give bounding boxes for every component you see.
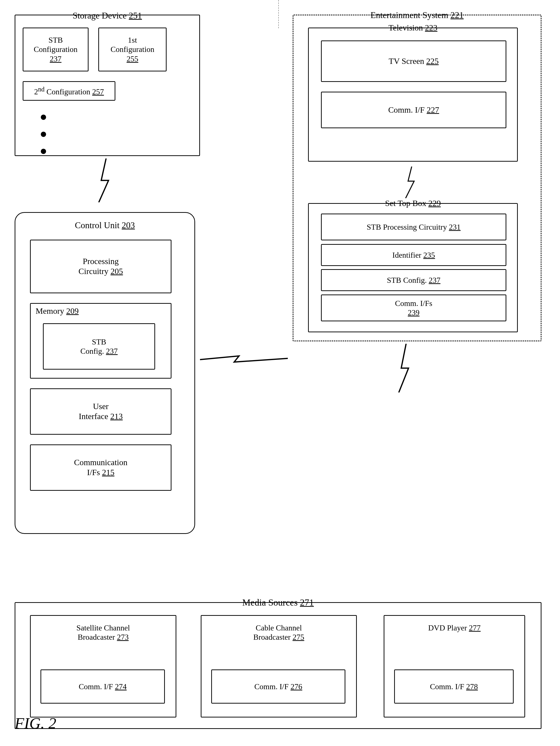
- comm-ifs-stb-box: Comm. I/Fs239: [321, 294, 506, 321]
- comm-if-cable-box: Comm. I/F 276: [211, 669, 345, 704]
- control-unit-label: Control Unit 203: [16, 220, 194, 231]
- cable-box: Cable ChannelBroadcaster 275 Comm. I/F 2…: [201, 615, 357, 717]
- comm-if-tv-box: Comm. I/F 227: [321, 92, 506, 128]
- television-label: Television 223: [309, 23, 517, 33]
- comm-ifs-control-box: CommunicationI/Fs 215: [30, 444, 171, 491]
- stb-config-storage-label: STBConfiguration237: [29, 35, 82, 63]
- stb-processing-label: STB Processing Circuitry 231: [367, 222, 461, 232]
- comm-if-dvd-label: Comm. I/F 278: [430, 682, 478, 691]
- lightning-storage-control: [95, 159, 115, 202]
- stb-config-stb-box: STB Config. 237: [321, 269, 506, 291]
- entertainment-system-box: Entertainment System 221 Television 223 …: [293, 15, 541, 341]
- stb-processing-box: STB Processing Circuitry 231: [321, 213, 506, 240]
- first-config-label: 1stConfiguration255: [103, 35, 162, 63]
- media-sources-label: Media Sources 271: [16, 597, 541, 608]
- comm-ifs-stb-label: Comm. I/Fs239: [395, 299, 432, 317]
- user-interface-box: UserInterface 213: [30, 389, 171, 435]
- processing-box: ProcessingCircuitry 205: [30, 240, 171, 293]
- comm-if-cable-label: Comm. I/F 276: [254, 682, 302, 691]
- tv-screen-box: TV Screen 225: [321, 40, 506, 82]
- comm-if-dvd-box: Comm. I/F 278: [394, 669, 514, 704]
- identifier-box: Identifier 235: [321, 244, 506, 266]
- lightning-control-stb: [200, 351, 288, 371]
- figure-label: FIG. 2: [15, 714, 56, 733]
- comm-if-satellite-box: Comm. I/F 274: [40, 669, 165, 704]
- stb-config-stb-label: STB Config. 237: [387, 276, 441, 285]
- lightning-tv-stb: [401, 167, 420, 198]
- entertainment-system-label: Entertainment System 221: [293, 10, 541, 21]
- first-config-box: 1stConfiguration255: [98, 28, 167, 71]
- identifier-label: Identifier 235: [392, 250, 435, 260]
- storage-device-label: Storage Device 251: [16, 10, 199, 21]
- dvd-label: DVD Player 277: [384, 623, 524, 632]
- memory-label: Memory 209: [36, 306, 79, 316]
- second-config-box: 2nd Configuration 257: [23, 81, 115, 101]
- cable-label: Cable ChannelBroadcaster 275: [201, 623, 356, 642]
- second-config-label: 2nd Configuration 257: [34, 85, 104, 96]
- top-divider-line: [278, 0, 279, 29]
- control-unit-box: Control Unit 203 ProcessingCircuitry 205…: [15, 212, 195, 534]
- stb-config-memory-label: STBConfig. 237: [81, 337, 118, 356]
- comm-if-tv-label: Comm. I/F 227: [388, 105, 439, 115]
- television-box: Television 223 TV Screen 225 Comm. I/F 2…: [308, 28, 518, 162]
- ellipsis-dots: ●●●: [40, 108, 47, 159]
- satellite-box: Satellite ChannelBroadcaster 273 Comm. I…: [30, 615, 176, 717]
- satellite-label: Satellite ChannelBroadcaster 273: [31, 623, 176, 642]
- memory-box: Memory 209 STBConfig. 237: [30, 303, 171, 379]
- stb-config-storage-box: STBConfiguration237: [23, 28, 88, 71]
- lightning-stb-media: [395, 344, 415, 393]
- stb-config-memory-box: STBConfig. 237: [43, 323, 155, 370]
- diagram: Storage Device 251 STBConfiguration237 1…: [0, 0, 560, 746]
- media-sources-box: Media Sources 271 Satellite ChannelBroad…: [15, 602, 541, 729]
- processing-label: ProcessingCircuitry 205: [79, 256, 123, 277]
- dvd-box: DVD Player 277 Comm. I/F 278: [384, 615, 525, 717]
- tv-screen-label: TV Screen 225: [389, 56, 439, 66]
- storage-device-box: Storage Device 251 STBConfiguration237 1…: [15, 15, 200, 156]
- set-top-box-label: Set Top Box 229: [309, 198, 517, 208]
- user-interface-label: UserInterface 213: [79, 402, 123, 422]
- comm-ifs-control-label: CommunicationI/Fs 215: [74, 458, 127, 478]
- set-top-box-box: Set Top Box 229 STB Processing Circuitry…: [308, 203, 518, 332]
- comm-if-satellite-label: Comm. I/F 274: [79, 682, 127, 691]
